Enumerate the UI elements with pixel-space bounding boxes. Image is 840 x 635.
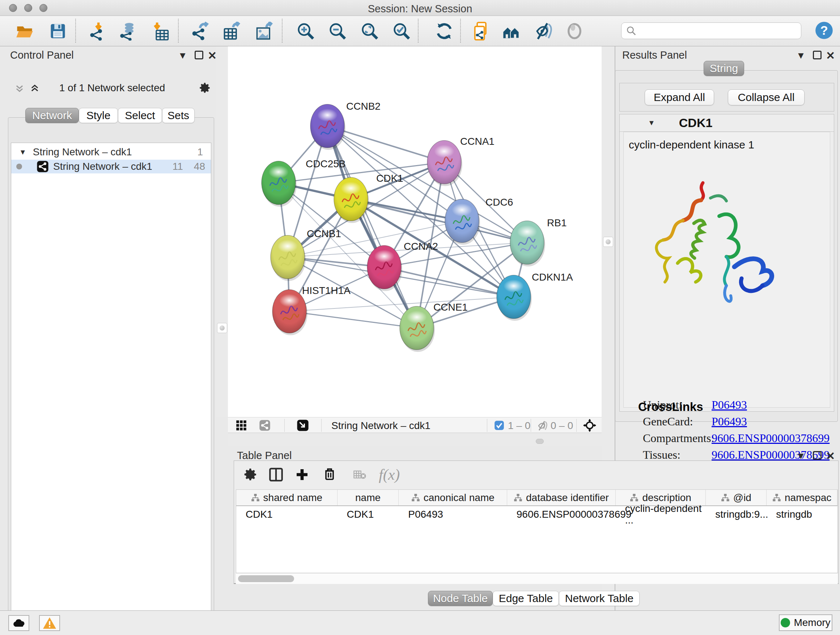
tab-style[interactable]: Style bbox=[79, 108, 118, 123]
node-ccne1[interactable] bbox=[400, 306, 435, 352]
tab-node-table[interactable]: Node Table bbox=[428, 591, 493, 606]
zoom-selected-icon[interactable] bbox=[392, 22, 411, 41]
clone-network-icon[interactable] bbox=[472, 22, 491, 41]
grid-view-icon[interactable] bbox=[236, 420, 247, 431]
close-panel-icon[interactable]: ✕ bbox=[208, 49, 217, 62]
show-eye-icon[interactable] bbox=[565, 22, 584, 41]
column-header-@id[interactable]: @id bbox=[706, 490, 767, 505]
cloud-button[interactable] bbox=[8, 615, 29, 631]
gear-icon[interactable] bbox=[199, 82, 211, 94]
gene-panel-header[interactable]: ▼ CDK1 bbox=[620, 114, 834, 132]
panel-menu-icon[interactable]: ▼ bbox=[178, 50, 187, 61]
crosslink-link[interactable]: 9606.ENSP00000378699 bbox=[712, 432, 829, 445]
panel-menu-icon[interactable]: ▼ bbox=[796, 50, 806, 61]
network-row[interactable]: String Network – cdk1 11 48 bbox=[11, 160, 211, 173]
hidden-eye-icon[interactable] bbox=[537, 420, 548, 431]
network-canvas[interactable]: CCNB2CCNA1CDC25BCDK1CDC6RB1CCNB1CCNA2CDK… bbox=[228, 46, 602, 417]
cell-@id[interactable]: stringdb:9... bbox=[706, 506, 767, 523]
search-input[interactable] bbox=[637, 25, 792, 36]
import-database-icon[interactable] bbox=[119, 22, 138, 41]
collapse-all-button[interactable]: Collapse All bbox=[728, 89, 805, 105]
node-cdc6[interactable] bbox=[445, 199, 480, 245]
node-ccnb2[interactable] bbox=[310, 104, 346, 150]
birdseye-view-icon[interactable] bbox=[297, 419, 309, 432]
close-panel-icon[interactable]: ✕ bbox=[826, 49, 835, 62]
cell-description[interactable]: cyclin-dependent ... bbox=[616, 506, 706, 523]
node-hist1h1a[interactable] bbox=[272, 290, 308, 335]
node-cdkn1a[interactable] bbox=[497, 275, 532, 321]
cell-shared-name[interactable]: CDK1 bbox=[236, 506, 338, 523]
warning-button[interactable] bbox=[39, 615, 60, 631]
delete-column-icon[interactable] bbox=[322, 467, 337, 481]
gear-icon[interactable] bbox=[243, 467, 258, 482]
node-ccna1[interactable] bbox=[427, 141, 462, 186]
float-panel-icon[interactable] bbox=[813, 51, 821, 59]
tab-network[interactable]: Network bbox=[25, 108, 79, 123]
edge-ccna2-cdkn1a[interactable] bbox=[384, 267, 514, 297]
help-icon[interactable]: ? bbox=[815, 21, 834, 40]
selected-checkbox-icon[interactable] bbox=[494, 420, 504, 431]
cell-canonical-name[interactable]: P06493 bbox=[399, 506, 507, 523]
edge-hist1h1a-ccne1[interactable] bbox=[289, 311, 417, 328]
expand-all-icon[interactable] bbox=[30, 83, 40, 93]
zoom-out-icon[interactable] bbox=[328, 22, 347, 41]
export-table-icon[interactable] bbox=[222, 22, 241, 41]
show-columns-icon[interactable] bbox=[269, 467, 283, 482]
left-splitter-handle[interactable] bbox=[217, 323, 227, 333]
panel-menu-icon[interactable]: ▼ bbox=[796, 450, 806, 462]
cell-namespac[interactable]: stringdb bbox=[767, 506, 837, 523]
import-network-icon[interactable] bbox=[88, 22, 107, 41]
crosslink-row: Uniprot:P06493 bbox=[643, 398, 831, 412]
crosslink-link[interactable]: P06493 bbox=[712, 398, 747, 412]
tab-edge-table[interactable]: Edge Table bbox=[493, 591, 559, 606]
horizontal-splitter[interactable] bbox=[228, 433, 602, 446]
save-session-icon[interactable] bbox=[49, 22, 67, 41]
column-header-namespac[interactable]: namespac bbox=[767, 490, 837, 505]
node-cdk1[interactable] bbox=[334, 177, 369, 223]
tree-expand-icon[interactable]: ▼ bbox=[19, 148, 27, 157]
collapse-all-icon[interactable] bbox=[14, 83, 25, 93]
left-splitter[interactable] bbox=[216, 46, 228, 417]
cell-database-identifier[interactable]: 9606.ENSP00000378699 bbox=[507, 506, 616, 523]
network-collection-row[interactable]: ▼ String Network – cdk1 1 bbox=[11, 145, 211, 159]
add-column-icon[interactable] bbox=[295, 467, 309, 482]
tab-sets[interactable]: Sets bbox=[162, 108, 195, 123]
node-ccnb1[interactable] bbox=[271, 235, 306, 281]
control-panel: Control Panel ▼ ✕ NetworkStyleSelectSets… bbox=[0, 46, 228, 610]
column-header-canonical-name[interactable]: canonical name bbox=[399, 490, 507, 505]
zoom-fit-icon[interactable] bbox=[360, 22, 379, 41]
float-panel-icon[interactable] bbox=[195, 51, 203, 59]
node-table[interactable]: shared namenamecanonical namedatabase id… bbox=[236, 489, 838, 573]
node-rb1[interactable] bbox=[510, 221, 545, 266]
gene-collapse-icon[interactable]: ▼ bbox=[648, 119, 655, 127]
table-row[interactable]: CDK1CDK1P064939606.ENSP00000378699cyclin… bbox=[236, 506, 837, 523]
export-network-icon[interactable] bbox=[191, 22, 210, 41]
scrollbar-thumb[interactable] bbox=[238, 575, 294, 582]
group-nodes-icon[interactable] bbox=[502, 22, 521, 41]
column-header-database-identifier[interactable]: database identifier bbox=[507, 490, 616, 505]
zoom-in-icon[interactable] bbox=[296, 22, 315, 41]
right-splitter-handle[interactable] bbox=[603, 237, 613, 247]
crosslink-link[interactable]: P06493 bbox=[712, 415, 747, 428]
edge-ccnb2-ccne1[interactable] bbox=[327, 126, 417, 328]
expand-all-button[interactable]: Expand All bbox=[645, 89, 714, 105]
node-ccna2[interactable] bbox=[367, 245, 402, 291]
refresh-icon[interactable] bbox=[435, 22, 454, 41]
memory-button[interactable]: Memory bbox=[779, 614, 832, 631]
open-session-icon[interactable] bbox=[15, 22, 34, 41]
import-table-icon[interactable] bbox=[152, 22, 171, 41]
cell-name[interactable]: CDK1 bbox=[338, 506, 399, 523]
tab-select[interactable]: Select bbox=[118, 108, 162, 123]
fit-content-icon[interactable] bbox=[583, 419, 596, 432]
search-box[interactable] bbox=[621, 22, 801, 39]
tab-network-table[interactable]: Network Table bbox=[559, 591, 639, 606]
table-horizontal-scrollbar[interactable] bbox=[236, 573, 838, 584]
float-panel-icon[interactable] bbox=[813, 451, 821, 460]
network-view-icon[interactable] bbox=[259, 420, 271, 431]
hide-selected-icon[interactable] bbox=[534, 22, 553, 41]
horizontal-splitter-handle[interactable] bbox=[536, 439, 544, 444]
column-header-shared-name[interactable]: shared name bbox=[236, 490, 338, 505]
column-header-name[interactable]: name bbox=[338, 490, 399, 505]
export-image-icon[interactable] bbox=[255, 22, 273, 41]
tab-string[interactable]: String bbox=[704, 61, 744, 76]
